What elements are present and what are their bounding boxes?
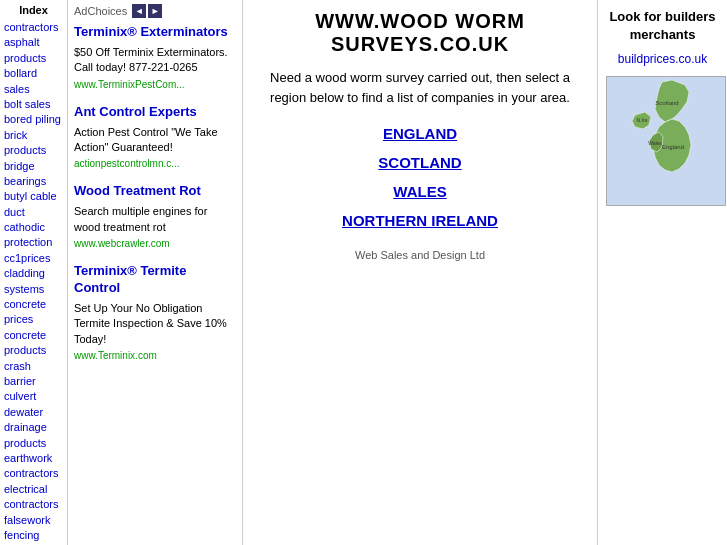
sidebar-link[interactable]: fencing prices: [4, 528, 63, 545]
main-content: WWW.WOOD WORM SURVEYS.CO.UK Need a wood …: [243, 0, 597, 545]
ad-block-3: Terminix® Termite ControlSet Up Your No …: [74, 263, 236, 361]
sidebar: Index contractorsasphalt productsbollard…: [0, 0, 68, 545]
sidebar-index-label: Index: [4, 4, 63, 16]
region-link-england[interactable]: ENGLAND: [258, 125, 582, 142]
sidebar-link[interactable]: electrical contractors: [4, 482, 63, 513]
ad-body-2: Search multiple engines for wood treatme…: [74, 204, 236, 235]
sidebar-link[interactable]: bollard sales: [4, 66, 63, 97]
ad-body-0: $50 Off Terminix Exterminators. Call tod…: [74, 45, 236, 76]
ad-column: AdChoices ◄ ► Terminix® Exterminators$50…: [68, 0, 243, 545]
uk-map-svg: Scotland N.Ire Wales England: [607, 77, 726, 206]
buildprices-link[interactable]: buildprices.co.uk: [618, 52, 707, 66]
svg-text:Wales: Wales: [648, 140, 662, 146]
ad-body-1: Action Pest Control "We Take Action" Gua…: [74, 125, 236, 156]
ad-title-link-0[interactable]: Terminix® Exterminators: [74, 24, 228, 39]
svg-text:N.Ire: N.Ire: [637, 117, 648, 123]
ad-blocks: Terminix® Exterminators$50 Off Terminix …: [74, 24, 236, 361]
region-link-wales[interactable]: WALES: [258, 183, 582, 200]
uk-map: Scotland N.Ire Wales England: [606, 76, 726, 206]
page-wrapper: Index contractorsasphalt productsbollard…: [0, 0, 727, 545]
ad-url-link-2[interactable]: www.webcrawler.com: [74, 238, 170, 249]
right-column: Look for builders merchants buildprices.…: [597, 0, 727, 545]
svg-text:England: England: [662, 144, 684, 150]
ad-body-3: Set Up Your No Obligation Termite Inspec…: [74, 301, 236, 347]
ad-block-2: Wood Treatment RotSearch multiple engine…: [74, 183, 236, 249]
sidebar-link[interactable]: falsework: [4, 513, 63, 528]
ad-url-link-0[interactable]: www.TerminixPestCom...: [74, 79, 185, 90]
sidebar-link[interactable]: butyl cable duct: [4, 189, 63, 220]
sidebar-link[interactable]: bolt sales: [4, 97, 63, 112]
ad-title-link-2[interactable]: Wood Treatment Rot: [74, 183, 201, 198]
region-link-scotland[interactable]: SCOTLAND: [258, 154, 582, 171]
sidebar-link[interactable]: cc1prices: [4, 251, 63, 266]
sidebar-link[interactable]: crash barrier: [4, 359, 63, 390]
ad-title-link-3[interactable]: Terminix® Termite Control: [74, 263, 186, 295]
ad-block-0: Terminix® Exterminators$50 Off Terminix …: [74, 24, 236, 90]
sidebar-link[interactable]: bored piling: [4, 112, 63, 127]
sidebar-link[interactable]: concrete products: [4, 328, 63, 359]
main-footer: Web Sales and Design Ltd: [258, 249, 582, 261]
ad-prev-button[interactable]: ◄: [132, 4, 146, 18]
ad-block-1: Ant Control ExpertsAction Pest Control "…: [74, 104, 236, 170]
region-links: ENGLANDSCOTLANDWALESNORTHERN IRELAND: [258, 125, 582, 229]
ad-title-link-1[interactable]: Ant Control Experts: [74, 104, 197, 119]
sidebar-link[interactable]: earthwork contractors: [4, 451, 63, 482]
ad-choices-bar: AdChoices ◄ ►: [74, 4, 236, 18]
sidebar-link[interactable]: cladding systems: [4, 266, 63, 297]
region-link-northern-ireland[interactable]: NORTHERN IRELAND: [258, 212, 582, 229]
sidebar-link[interactable]: culvert: [4, 389, 63, 404]
sidebar-link[interactable]: brick products: [4, 128, 63, 159]
main-title: WWW.WOOD WORM SURVEYS.CO.UK: [258, 10, 582, 56]
sidebar-links: contractorsasphalt productsbollard sales…: [4, 20, 63, 545]
ad-next-button[interactable]: ►: [148, 4, 162, 18]
main-description: Need a wood worm survey carried out, the…: [260, 68, 580, 107]
sidebar-link[interactable]: contractors: [4, 20, 63, 35]
right-title: Look for builders merchants: [606, 8, 719, 44]
ad-url-link-1[interactable]: actionpestcontrolmn.c...: [74, 158, 180, 169]
sidebar-link[interactable]: bridge bearings: [4, 159, 63, 190]
ad-choices-label: AdChoices: [74, 5, 127, 17]
svg-text:Scotland: Scotland: [655, 100, 678, 106]
sidebar-link[interactable]: drainage products: [4, 420, 63, 451]
ad-url-link-3[interactable]: www.Terminix.com: [74, 350, 157, 361]
sidebar-link[interactable]: concrete prices: [4, 297, 63, 328]
sidebar-link[interactable]: cathodic protection: [4, 220, 63, 251]
sidebar-link[interactable]: asphalt products: [4, 35, 63, 66]
sidebar-link[interactable]: dewater: [4, 405, 63, 420]
